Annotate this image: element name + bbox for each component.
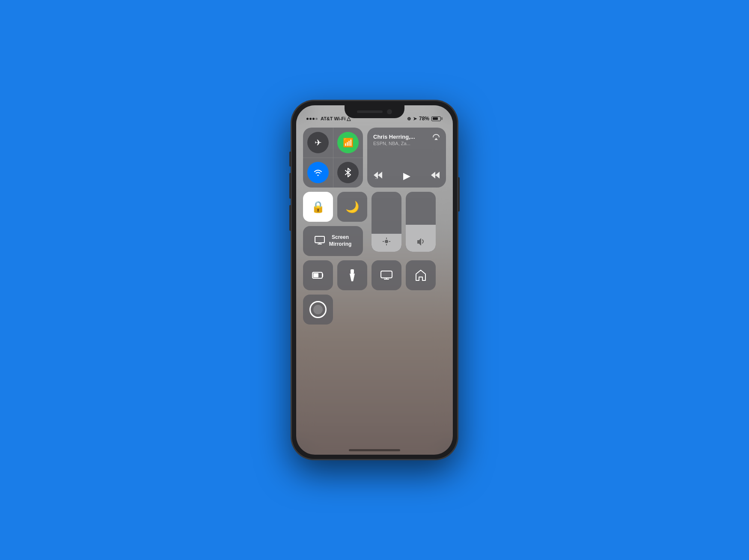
bluetooth-icon <box>337 162 359 183</box>
do-not-disturb-button[interactable]: 🌙 <box>337 192 367 222</box>
svg-rect-9 <box>351 269 354 274</box>
play-pause-button[interactable]: ▶ <box>403 170 410 182</box>
bluetooth-button[interactable] <box>333 158 363 188</box>
cellular-icon: 📶 <box>337 132 359 153</box>
wifi-button[interactable] <box>303 158 333 188</box>
sliders-container <box>372 192 436 256</box>
power-button[interactable] <box>458 177 460 211</box>
volume-up-button[interactable] <box>289 173 291 199</box>
battery-body <box>431 116 441 121</box>
tools-left-col: 🔒 🌙 <box>303 192 367 256</box>
svg-rect-8 <box>313 273 318 277</box>
volume-down-button[interactable] <box>289 205 291 231</box>
home-button[interactable] <box>406 260 436 290</box>
signal-dot-3 <box>312 118 315 120</box>
record-button-dot <box>313 305 323 314</box>
cellular-button[interactable]: 📶 <box>333 128 363 158</box>
status-left: AT&T Wi-Fi △ <box>306 116 351 122</box>
cc-row-tools: 🔒 🌙 <box>303 192 446 256</box>
media-top: Chris Herring,... ESPN, NBA, Za... <box>373 134 440 146</box>
signal-dot-4 <box>315 118 318 120</box>
fast-forward-button[interactable] <box>431 171 440 181</box>
signal-dots <box>306 118 318 120</box>
apple-tv-button[interactable] <box>372 260 401 290</box>
volume-slider[interactable] <box>406 192 436 252</box>
screen-mirroring-button[interactable]: Screen Mirroring <box>303 226 363 256</box>
cc-row-app-shortcuts <box>303 260 446 290</box>
signal-dot-1 <box>306 118 309 120</box>
airplay-icon[interactable] <box>432 134 440 142</box>
screen-record-button[interactable] <box>303 295 333 325</box>
phone-frame: AT&T Wi-Fi △ ⊕ ➤ 78% <box>291 100 458 460</box>
front-camera <box>387 109 392 114</box>
location-icon: ⊕ <box>407 116 411 122</box>
conn-divider-v <box>333 128 333 188</box>
control-center: ✈ 📶 <box>296 124 453 455</box>
airplane-mode-button[interactable]: ✈ <box>303 128 333 158</box>
flashlight-button[interactable] <box>337 260 367 290</box>
home-indicator <box>349 449 400 451</box>
connectivity-block: ✈ 📶 <box>303 128 363 188</box>
wifi-icon <box>307 162 329 183</box>
svg-rect-10 <box>381 271 392 278</box>
battery-icon <box>431 116 443 121</box>
svg-rect-1 <box>315 236 324 243</box>
signal-dot-2 <box>309 118 312 120</box>
cc-row-record <box>303 295 446 325</box>
media-player-block: Chris Herring,... ESPN, NBA, Za... <box>367 128 446 188</box>
media-title: Chris Herring,... <box>373 134 432 140</box>
tools-row: 🔒 🌙 <box>303 192 367 222</box>
speaker <box>357 110 383 113</box>
screen-mirror-icon <box>315 236 325 246</box>
battery-shortcut-button[interactable] <box>303 260 333 290</box>
svg-point-2 <box>385 240 388 243</box>
cc-row-connectivity-media: ✈ 📶 <box>303 128 446 188</box>
rotation-lock-button[interactable]: 🔒 <box>303 192 333 222</box>
carrier-label: AT&T Wi-Fi <box>321 116 345 121</box>
rewind-button[interactable]: 15 <box>373 171 383 181</box>
record-button-ring <box>309 301 327 318</box>
volume-icon <box>416 238 425 247</box>
screen-mirroring-label: Screen Mirroring <box>329 234 352 247</box>
media-info: Chris Herring,... ESPN, NBA, Za... <box>373 134 432 146</box>
airplane-mode-icon: ✈ <box>307 132 329 153</box>
phone-screen: AT&T Wi-Fi △ ⊕ ➤ 78% <box>296 105 453 455</box>
notch <box>345 105 404 118</box>
brightness-slider[interactable] <box>372 192 401 252</box>
moon-icon: 🌙 <box>345 200 359 214</box>
media-subtitle: ESPN, NBA, Za... <box>373 141 432 146</box>
battery-fill <box>433 117 438 120</box>
brightness-icon <box>383 238 390 247</box>
direction-icon: ➤ <box>413 116 417 122</box>
battery-nub <box>441 117 443 120</box>
battery-percent-label: 78% <box>419 116 429 122</box>
status-right: ⊕ ➤ 78% <box>407 116 443 122</box>
rotation-lock-icon: 🔒 <box>311 200 325 214</box>
media-controls: 15 ▶ <box>373 170 440 182</box>
svg-text:15: 15 <box>375 178 378 179</box>
